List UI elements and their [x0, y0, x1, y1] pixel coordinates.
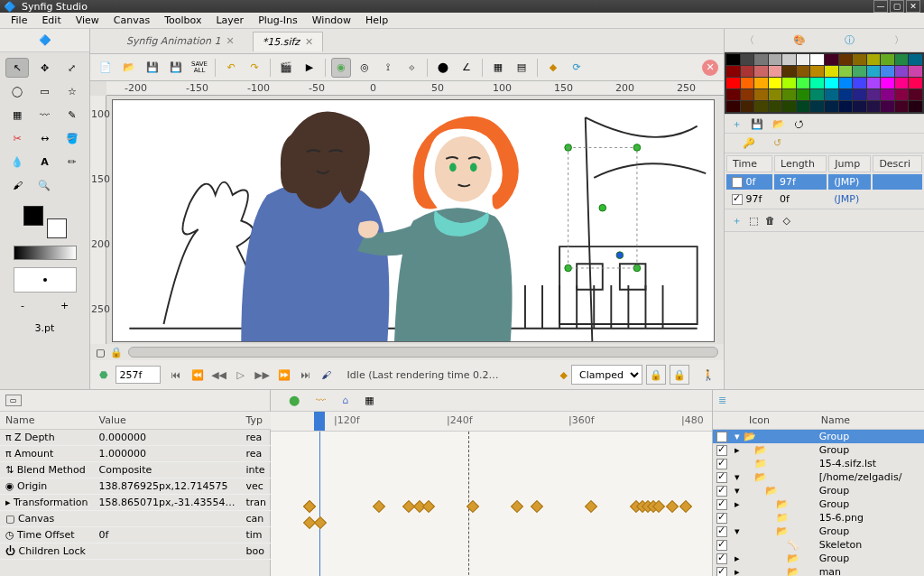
grid-icon[interactable]: ▦ [488, 58, 508, 78]
palette-swatch[interactable] [853, 89, 866, 100]
timeline-keyframe[interactable] [679, 500, 692, 513]
palette-swatch[interactable] [782, 78, 796, 88]
timeline-keyframe[interactable] [666, 500, 679, 513]
canvas-tool-icon[interactable]: ▢ [96, 347, 105, 358]
palette-tab-icon[interactable]: 🎨 [790, 32, 808, 50]
palette-swatch[interactable] [867, 101, 881, 112]
palette-swatch[interactable] [797, 66, 810, 77]
link-icon[interactable]: ⟐ [402, 58, 421, 78]
palette-swatch[interactable] [741, 89, 754, 100]
menu-view[interactable]: View [70, 13, 105, 28]
animate-toggle-icon[interactable]: 🚶 [702, 369, 715, 381]
maximize-button[interactable]: ▢ [890, 0, 904, 13]
star-tool[interactable]: ☆ [60, 81, 84, 101]
keyframe-key-icon[interactable]: 🔑 [743, 137, 755, 149]
layer-row[interactable]: 📁15-4.sifz.lst [713, 457, 924, 470]
gradient-tool[interactable]: ▦ [5, 105, 29, 125]
smooth-move-tool[interactable]: ✥ [32, 58, 56, 78]
menu-toolbox[interactable]: Toolbox [159, 13, 207, 28]
palette-swatch[interactable] [839, 89, 853, 100]
layer-row[interactable]: 📁15-6.png [713, 511, 924, 525]
timetrack-tab-icon[interactable]: ⬤ [289, 395, 300, 406]
menu-window[interactable]: Window [307, 13, 356, 28]
layer-row[interactable]: ▾📂Group [713, 430, 924, 444]
palette-swatch[interactable] [741, 66, 754, 77]
rectangle-tool[interactable]: ▭ [32, 81, 56, 101]
history-tab-icon[interactable]: ⌂ [342, 395, 348, 406]
palette-swatch[interactable] [881, 66, 894, 77]
palette-swatch[interactable] [741, 101, 754, 112]
current-frame-input[interactable] [116, 366, 161, 384]
text-tool[interactable]: A [32, 152, 56, 172]
palette-swatch[interactable] [810, 66, 824, 77]
brush-mode-icon[interactable]: 🖌 [321, 369, 331, 381]
timeline-keyframe[interactable] [531, 500, 543, 513]
palette-swatch[interactable] [782, 89, 796, 100]
palette-swatch[interactable] [754, 101, 768, 112]
layer-row[interactable]: ▸📂Group [713, 443, 924, 457]
mirror-tool[interactable] [60, 175, 84, 195]
menu-layer[interactable]: Layer [210, 13, 249, 28]
palette-open-icon[interactable]: 📂 [772, 118, 785, 130]
palette-swatch[interactable] [909, 101, 922, 112]
palette-swatch[interactable] [909, 54, 922, 65]
canvas-lock-icon[interactable]: 🔒 [110, 347, 123, 358]
palette-swatch[interactable] [726, 78, 740, 88]
palette-swatch[interactable] [825, 101, 838, 112]
close-button[interactable]: ✕ [906, 0, 920, 13]
layer-row[interactable]: ▸📂Group [713, 497, 924, 511]
palette-swatch[interactable] [853, 54, 866, 65]
guides-icon[interactable]: ▤ [512, 58, 531, 78]
palette-swatch[interactable] [741, 54, 754, 65]
gradient-swatch[interactable] [14, 246, 77, 260]
palette-swatch[interactable] [797, 89, 810, 100]
cutout-tool[interactable]: ✂ [5, 128, 29, 148]
palette-swatch[interactable] [839, 78, 853, 88]
scale-tool[interactable]: ⤢ [60, 58, 84, 78]
palette-swatch[interactable] [881, 54, 894, 65]
sets-remove-icon[interactable]: 🗑 [765, 215, 775, 227]
palette-swatch[interactable] [909, 66, 922, 77]
animate-mode-icon[interactable]: ⬣ [99, 369, 108, 381]
width-tool[interactable]: ↔ [32, 128, 56, 148]
seek-end-icon[interactable]: ⏭ [298, 367, 314, 383]
close-tab-icon[interactable]: ✕ [702, 60, 718, 76]
palette-swatch[interactable] [867, 89, 881, 100]
brush-increase[interactable]: + [60, 300, 69, 311]
palette-swatch[interactable] [782, 101, 796, 112]
angle-icon[interactable]: ∠ [457, 58, 476, 78]
palette-swatch[interactable] [825, 54, 838, 65]
brush-decrease[interactable]: - [21, 300, 24, 311]
palette-swatch[interactable] [895, 54, 909, 65]
sets-add-icon[interactable]: ＋ [732, 214, 742, 228]
palette-swatch[interactable] [825, 66, 838, 77]
timeline-keyframe[interactable] [373, 500, 385, 513]
palette-swatch[interactable] [769, 89, 782, 100]
palette-default-icon[interactable]: ⭯ [794, 118, 804, 130]
palette-swatch[interactable] [797, 101, 810, 112]
nav-prev-icon[interactable]: 〈 [741, 32, 759, 50]
duck-icon[interactable]: ⬤ [433, 58, 453, 78]
timeline-keyframe[interactable] [511, 500, 523, 513]
palette-swatch[interactable] [909, 78, 922, 88]
render-icon[interactable]: 🎬 [276, 58, 296, 78]
palette-swatch[interactable] [895, 66, 909, 77]
minimize-button[interactable]: — [873, 0, 888, 13]
palette-swatch[interactable] [754, 78, 768, 88]
palette-swatch[interactable] [881, 101, 894, 112]
keyframe-history-icon[interactable]: ↺ [773, 137, 781, 149]
palette-swatch[interactable] [782, 66, 796, 77]
params-tab-icon[interactable]: ▭ [5, 395, 22, 406]
tab-close-icon[interactable]: ✕ [226, 35, 234, 47]
seek-next-kf-icon[interactable]: ⏩ [276, 367, 292, 383]
palette-swatch[interactable] [726, 101, 740, 112]
palette-swatch[interactable] [782, 54, 796, 65]
play-icon[interactable]: ▷ [233, 367, 249, 383]
param-row[interactable]: ◷ Time Offset0ftim [0, 527, 272, 543]
keyframe-lock-future-icon[interactable]: 🔒 [670, 365, 689, 385]
menu-canvas[interactable]: Canvas [108, 13, 155, 28]
palette-swatch[interactable] [754, 54, 768, 65]
seek-prev-kf-icon[interactable]: ⏪ [189, 367, 206, 383]
timeline-keyframe[interactable] [303, 500, 316, 513]
palette-swatch[interactable] [895, 78, 909, 88]
